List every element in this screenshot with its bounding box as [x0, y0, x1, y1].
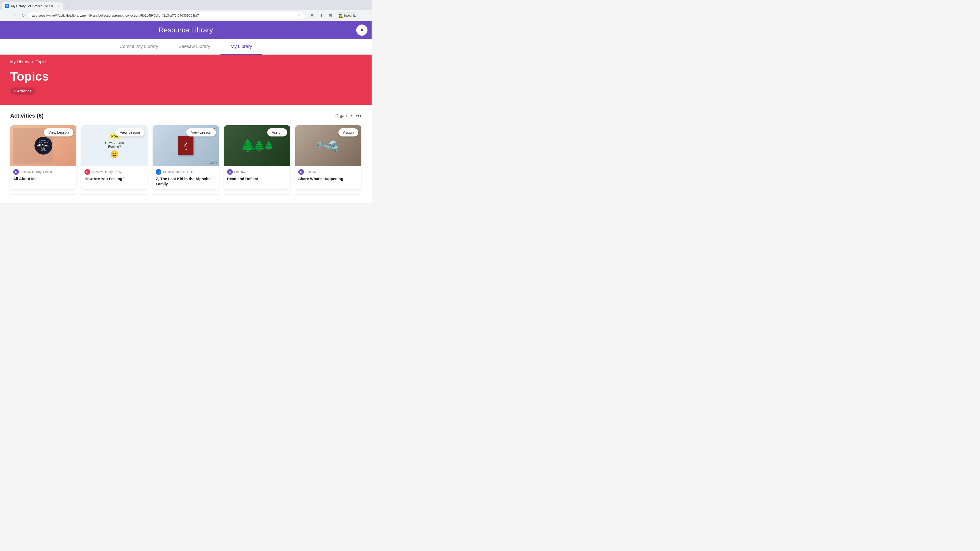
card-info: S Seesaw Library: Seesa... All About Me: [10, 166, 76, 184]
activities-count-badge: 6 Activities: [10, 87, 35, 95]
breadcrumb: My Library > Topics: [10, 60, 361, 64]
activity-card[interactable]: 🔧 🔩 Assign S Seesaw Share What's Happeni…: [295, 125, 361, 189]
new-tab-button[interactable]: +: [64, 3, 71, 10]
tab-title: My Library - All Grades - All Su...: [11, 4, 56, 8]
seesaw-source-icon: S: [227, 169, 233, 175]
view-lesson-button[interactable]: View Lesson: [115, 128, 145, 137]
tab-favicon: S: [5, 4, 9, 8]
close-button[interactable]: ×: [356, 24, 368, 36]
refresh-button[interactable]: ↻: [19, 12, 27, 19]
tab-close-icon[interactable]: ×: [57, 4, 59, 8]
card-source: S Seesaw: [227, 169, 287, 175]
card-source-text: Seesaw: [234, 170, 245, 174]
content-actions: Organize •••: [335, 113, 361, 119]
seesaw-source-icon: S: [298, 169, 304, 175]
card-info: S Seesaw Share What's Happening: [295, 166, 361, 184]
forward-button[interactable]: →: [11, 12, 18, 19]
activities-grid: COMMUNITY BUILDERS All About Me PK-2™ Vi…: [10, 125, 361, 189]
resource-library-title: Resource Library: [5, 26, 366, 34]
split-button[interactable]: ⊟: [327, 12, 334, 19]
view-lesson-button[interactable]: View Lesson: [186, 128, 216, 137]
seesaw-source-icon: S: [13, 169, 19, 175]
activities-header: Activities (6): [10, 113, 44, 119]
activity-card[interactable]: Z the Z the ...amily View Lesson S Seesa…: [153, 125, 219, 189]
library-tabs: Community Library Seesaw Library My Libr…: [0, 39, 372, 55]
tab-community-library[interactable]: Community Library: [109, 39, 168, 55]
card-thumbnail: Poll How Are YouFeeling? 😑 View Lesson: [81, 125, 148, 166]
bottom-card-placeholder: [295, 194, 361, 195]
app-header: Resource Library ×: [0, 21, 372, 39]
card-thumbnail: COMMUNITY BUILDERS All About Me PK-2™ Vi…: [10, 125, 76, 166]
activity-card[interactable]: 🌲 🌲 🌲 Assign S Seesaw Read and Reflect: [224, 125, 290, 189]
tab-my-library[interactable]: My Library: [221, 39, 262, 55]
active-tab[interactable]: S My Library - All Grades - All Su... ×: [2, 2, 63, 10]
breadcrumb-parent[interactable]: My Library: [10, 60, 29, 64]
back-button[interactable]: ←: [3, 12, 10, 19]
card-thumbnail: Z the Z the ...amily View Lesson: [153, 125, 219, 166]
card-info: S Seesaw Library: Daily... How Are You F…: [81, 166, 148, 184]
browser-controls: ← → ↻ app.seesaw.me/#/activities/library…: [0, 10, 372, 21]
card-source: S Seesaw Library: Seesa...: [13, 169, 73, 175]
download-button[interactable]: ⬇: [318, 12, 325, 19]
organize-button[interactable]: Organize: [335, 114, 352, 118]
assign-button[interactable]: Assign: [339, 128, 358, 137]
seesaw-source-icon: S: [156, 169, 161, 175]
more-options-button[interactable]: •••: [356, 113, 361, 119]
card-source: S Seesaw Library: Daily...: [84, 169, 145, 175]
content-header: Activities (6) Organize •••: [10, 113, 361, 119]
card-thumbnail: 🔧 🔩 Assign: [295, 125, 361, 166]
content-area: Activities (6) Organize ••• COMMUNITY BU…: [0, 105, 372, 203]
breadcrumb-separator: >: [32, 60, 34, 64]
activity-title: Z, The Last Kid in the Alphabet Family: [156, 176, 216, 186]
incognito-badge: 🕵 Incognito: [336, 12, 360, 19]
assign-button[interactable]: Assign: [267, 128, 287, 137]
card-source-text: Seesaw: [305, 170, 317, 174]
bottom-card-placeholder: [10, 194, 76, 195]
incognito-label: Incognito: [344, 14, 356, 17]
bottom-card-placeholder: [224, 194, 290, 195]
bottom-card-placeholder: [153, 194, 219, 195]
view-lesson-button[interactable]: View Lesson: [44, 128, 73, 137]
card-source: S Seesaw Library: Books: [156, 169, 216, 175]
card-source-text: Seesaw Library: Books: [163, 170, 194, 174]
activity-title: Share What's Happening: [298, 176, 358, 181]
card-thumbnail: 🌲 🌲 🌲 Assign: [224, 125, 290, 166]
card-info: S Seesaw Library: Books Z, The Last Kid …: [153, 166, 219, 189]
activity-title: All About Me: [13, 176, 73, 181]
activity-card[interactable]: Poll How Are YouFeeling? 😑 View Lesson S…: [81, 125, 148, 189]
url-text: app.seesaw.me/#/activities/library/my_li…: [32, 14, 296, 17]
tab-seesaw-library[interactable]: Seesaw Library: [168, 39, 220, 55]
hero-section: My Library > Topics Topics 6 Activities: [0, 55, 372, 105]
extensions-button[interactable]: ⊞: [308, 12, 315, 19]
breadcrumb-current: Topics: [36, 60, 47, 64]
menu-button[interactable]: ⋮: [361, 12, 369, 19]
seesaw-source-icon: S: [84, 169, 90, 175]
activity-title: Read and Reflect: [227, 176, 287, 181]
topics-title: Topics: [10, 69, 361, 83]
browser-actions: ⊞ ⬇ ⊟ 🕵 Incognito ⋮: [308, 12, 369, 19]
address-bar[interactable]: app.seesaw.me/#/activities/library/my_li…: [27, 12, 305, 19]
bookmark-icon[interactable]: ☆: [298, 14, 301, 17]
tab-bar: S My Library - All Grades - All Su... × …: [0, 0, 372, 10]
card-source-text: Seesaw Library: Seesa...: [21, 170, 54, 174]
card-info: S Seesaw Read and Reflect: [224, 166, 290, 184]
browser-chrome: S My Library - All Grades - All Su... × …: [0, 0, 372, 21]
bottom-cards-row: [10, 194, 361, 195]
card-source: S Seesaw: [298, 169, 358, 175]
activity-title: How Are You Feeling?: [84, 176, 145, 181]
card-source-text: Seesaw Library: Daily...: [92, 170, 124, 174]
activity-card[interactable]: COMMUNITY BUILDERS All About Me PK-2™ Vi…: [10, 125, 76, 189]
bottom-card-placeholder: [81, 194, 148, 195]
